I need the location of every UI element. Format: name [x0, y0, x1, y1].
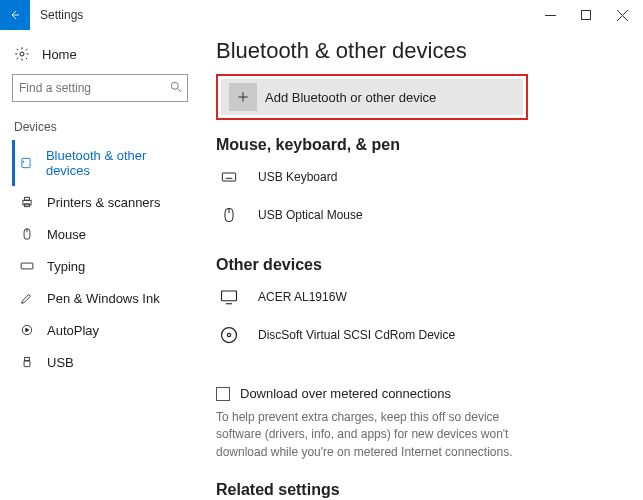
- maximize-icon: [581, 10, 591, 20]
- related-settings-heading: Related settings: [216, 481, 643, 499]
- checkbox-icon[interactable]: [216, 387, 230, 401]
- svg-rect-24: [222, 173, 235, 181]
- svg-rect-14: [21, 263, 33, 269]
- back-button[interactable]: [0, 0, 30, 30]
- close-icon: [617, 10, 628, 21]
- svg-rect-7: [22, 158, 30, 167]
- plus-icon: [229, 83, 257, 111]
- disc-icon: [218, 324, 240, 346]
- sidebar-item-label: Bluetooth & other devices: [46, 148, 184, 178]
- device-label: USB Optical Mouse: [258, 208, 363, 222]
- svg-rect-21: [24, 361, 30, 367]
- svg-point-5: [171, 82, 178, 89]
- svg-rect-9: [23, 200, 31, 205]
- maximize-button[interactable]: [579, 0, 593, 30]
- close-button[interactable]: [615, 0, 629, 30]
- sidebar-item-autoplay[interactable]: AutoPlay: [12, 314, 188, 346]
- sidebar-item-mouse[interactable]: Mouse: [12, 218, 188, 250]
- svg-point-34: [222, 328, 237, 343]
- svg-rect-32: [222, 291, 237, 301]
- sidebar-item-label: Typing: [47, 259, 85, 274]
- mouse-icon: [218, 204, 240, 226]
- device-label: ACER AL1916W: [258, 290, 347, 304]
- metered-label: Download over metered connections: [240, 386, 451, 401]
- device-row-keyboard[interactable]: USB Keyboard: [216, 162, 643, 200]
- sidebar-item-printers[interactable]: Printers & scanners: [12, 186, 188, 218]
- search-icon: [169, 80, 183, 97]
- svg-rect-20: [25, 357, 30, 361]
- add-device-button[interactable]: Add Bluetooth or other device: [221, 79, 523, 115]
- device-label: USB Keyboard: [258, 170, 337, 184]
- mouse-icon: [19, 226, 35, 242]
- sidebar-item-label: AutoPlay: [47, 323, 99, 338]
- usb-icon: [19, 354, 35, 370]
- monitor-icon: [218, 286, 240, 308]
- add-label: Add Bluetooth or other device: [265, 90, 436, 105]
- keyboard-icon: [218, 166, 240, 188]
- printer-icon: [19, 194, 35, 210]
- sidebar-item-typing[interactable]: Typing: [12, 250, 188, 282]
- svg-line-6: [178, 88, 182, 92]
- search-box[interactable]: [12, 74, 188, 102]
- minimize-icon: [545, 10, 556, 21]
- metered-description: To help prevent extra charges, keep this…: [216, 409, 536, 461]
- highlight-annotation: Add Bluetooth or other device: [216, 74, 528, 120]
- sidebar-item-label: Pen & Windows Ink: [47, 291, 160, 306]
- sidebar-item-label: Printers & scanners: [47, 195, 160, 210]
- metered-checkbox-row[interactable]: Download over metered connections: [216, 382, 643, 409]
- device-label: DiscSoft Virtual SCSI CdRom Device: [258, 328, 455, 342]
- arrow-left-icon: [8, 8, 22, 22]
- sidebar-item-usb[interactable]: USB: [12, 346, 188, 378]
- section-heading-other: Other devices: [216, 256, 643, 274]
- svg-point-35: [227, 333, 230, 336]
- minimize-button[interactable]: [543, 0, 557, 30]
- device-row-mouse[interactable]: USB Optical Mouse: [216, 200, 643, 238]
- sidebar-item-pen[interactable]: Pen & Windows Ink: [12, 282, 188, 314]
- window-title: Settings: [40, 8, 83, 22]
- section-heading-mouse-keyboard: Mouse, keyboard, & pen: [216, 136, 643, 154]
- keyboard-icon: [19, 258, 35, 274]
- titlebar: Settings: [0, 0, 643, 30]
- svg-rect-1: [582, 11, 591, 20]
- sidebar-section-label: Devices: [14, 120, 188, 134]
- svg-point-4: [20, 52, 24, 56]
- pen-icon: [19, 290, 35, 306]
- svg-rect-10: [25, 197, 30, 200]
- device-row-monitor[interactable]: ACER AL1916W: [216, 282, 643, 320]
- autoplay-icon: [19, 322, 35, 338]
- main-content: Bluetooth & other devices Add Bluetooth …: [198, 30, 643, 500]
- sidebar-item-label: USB: [47, 355, 74, 370]
- sidebar-item-label: Mouse: [47, 227, 86, 242]
- device-row-disc[interactable]: DiscSoft Virtual SCSI CdRom Device: [216, 320, 643, 358]
- sidebar-home[interactable]: Home: [12, 40, 188, 74]
- search-input[interactable]: [19, 81, 169, 95]
- bluetooth-icon: [19, 155, 34, 171]
- sidebar: Home Devices Bluetooth & other devices P…: [0, 30, 198, 500]
- gear-icon: [14, 46, 30, 62]
- page-title: Bluetooth & other devices: [216, 38, 643, 64]
- home-label: Home: [42, 47, 77, 62]
- sidebar-item-bluetooth[interactable]: Bluetooth & other devices: [12, 140, 188, 186]
